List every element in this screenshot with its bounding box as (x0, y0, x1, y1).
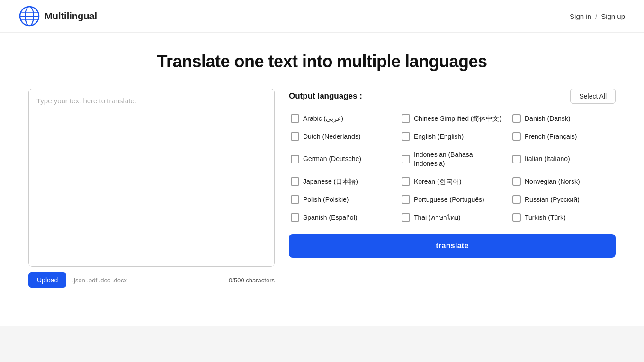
lang-checkbox-norwegian[interactable] (512, 177, 521, 186)
lang-label-polish: Polish (Polskie) (303, 195, 349, 204)
lang-item-norwegian[interactable]: Norwegian (Norsk) (510, 174, 616, 189)
lang-label-italian: Italian (Italiano) (525, 154, 570, 163)
char-count: 0/500 characters (229, 277, 275, 284)
textarea-wrapper (28, 89, 275, 267)
char-count-label: characters (246, 277, 275, 284)
lang-label-russian: Russian (Русский) (525, 195, 580, 204)
lang-label-chinese_simplified: Chinese Simplified (简体中文) (414, 114, 501, 123)
lang-checkbox-english[interactable] (402, 132, 410, 141)
lang-label-turkish: Turkish (Türk) (525, 213, 566, 222)
translate-input[interactable] (29, 89, 274, 264)
lang-label-dutch: Dutch (Nederlands) (303, 132, 360, 141)
lang-checkbox-portuguese[interactable] (402, 195, 410, 204)
lang-item-polish[interactable]: Polish (Polskie) (289, 192, 394, 207)
content-area: Upload .json .pdf .doc .docx 0/500 chara… (28, 89, 616, 288)
lang-checkbox-korean[interactable] (402, 177, 410, 186)
lang-checkbox-thai[interactable] (402, 213, 410, 222)
lang-item-french[interactable]: French (Français) (510, 129, 616, 144)
lang-checkbox-chinese_simplified[interactable] (402, 114, 410, 123)
site-header: Multilingual Sign in / Sign up (0, 0, 644, 33)
lang-label-english: English (English) (414, 132, 464, 141)
lang-item-indonesian[interactable]: Indonesian (Bahasa Indonesia) (400, 147, 505, 170)
lang-checkbox-turkish[interactable] (512, 213, 521, 222)
lang-label-spanish: Spanish (Español) (303, 213, 357, 222)
lang-item-english[interactable]: English (English) (400, 129, 505, 144)
lang-label-norwegian: Norwegian (Norsk) (525, 177, 580, 186)
lang-label-arabic: Arabic (عربي) (303, 114, 343, 123)
lang-label-french: French (Français) (525, 132, 577, 141)
output-label: Output languages : (289, 91, 362, 101)
lang-label-korean: Korean (한국어) (414, 177, 461, 186)
app-name: Multilingual (45, 11, 97, 22)
footer-background (0, 326, 644, 362)
lang-checkbox-italian[interactable] (512, 155, 521, 163)
select-all-button[interactable]: Select All (570, 89, 616, 104)
lang-label-danish: Danish (Dansk) (525, 114, 570, 123)
text-input-section: Upload .json .pdf .doc .docx 0/500 chara… (28, 89, 275, 288)
input-footer: Upload .json .pdf .doc .docx 0/500 chara… (28, 272, 275, 288)
output-header: Output languages : Select All (289, 89, 616, 104)
nav-links: Sign in / Sign up (570, 12, 625, 20)
lang-checkbox-spanish[interactable] (291, 213, 299, 222)
lang-item-dutch[interactable]: Dutch (Nederlands) (289, 129, 394, 144)
lang-label-thai: Thai (ภาษาไทย) (414, 213, 460, 222)
logo-area: Multilingual (19, 6, 97, 27)
lang-label-japanese: Japanese (日本語) (303, 177, 358, 186)
globe-icon (19, 6, 40, 27)
main-content: Translate one text into multiple languag… (0, 33, 644, 307)
lang-checkbox-german[interactable] (291, 155, 299, 163)
languages-grid: Arabic (عربي)Chinese Simplified (简体中文)Da… (289, 111, 616, 225)
sign-up-link[interactable]: Sign up (601, 12, 625, 20)
translate-button[interactable]: translate (289, 234, 616, 258)
lang-label-portuguese: Portuguese (Português) (414, 195, 484, 204)
lang-item-thai[interactable]: Thai (ภาษาไทย) (400, 210, 505, 225)
lang-label-german: German (Deutsche) (303, 154, 361, 163)
lang-item-chinese_simplified[interactable]: Chinese Simplified (简体中文) (400, 111, 505, 126)
lang-item-danish[interactable]: Danish (Dansk) (510, 111, 616, 126)
lang-item-japanese[interactable]: Japanese (日本語) (289, 174, 394, 189)
lang-item-korean[interactable]: Korean (한국어) (400, 174, 505, 189)
lang-item-russian[interactable]: Russian (Русский) (510, 192, 616, 207)
lang-checkbox-danish[interactable] (512, 114, 521, 123)
lang-checkbox-dutch[interactable] (291, 132, 299, 141)
lang-checkbox-polish[interactable] (291, 195, 299, 204)
lang-label-indonesian: Indonesian (Bahasa Indonesia) (414, 150, 503, 167)
lang-checkbox-indonesian[interactable] (402, 155, 410, 163)
lang-checkbox-japanese[interactable] (291, 177, 299, 186)
upload-button[interactable]: Upload (28, 272, 66, 288)
lang-item-spanish[interactable]: Spanish (Español) (289, 210, 394, 225)
output-section: Output languages : Select All Arabic (عر… (289, 89, 616, 258)
lang-item-italian[interactable]: Italian (Italiano) (510, 147, 616, 170)
lang-item-turkish[interactable]: Turkish (Türk) (510, 210, 616, 225)
page-title: Translate one text into multiple languag… (28, 52, 616, 72)
lang-item-arabic[interactable]: Arabic (عربي) (289, 111, 394, 126)
lang-item-german[interactable]: German (Deutsche) (289, 147, 394, 170)
lang-item-portuguese[interactable]: Portuguese (Português) (400, 192, 505, 207)
char-count-current: 0 (229, 277, 232, 284)
lang-checkbox-french[interactable] (512, 132, 521, 141)
sign-in-link[interactable]: Sign in (570, 12, 591, 20)
lang-checkbox-russian[interactable] (512, 195, 521, 204)
file-types-label: .json .pdf .doc .docx (72, 277, 127, 284)
char-count-max: 500 (234, 277, 244, 284)
lang-checkbox-arabic[interactable] (291, 114, 299, 123)
nav-separator: / (595, 12, 597, 20)
